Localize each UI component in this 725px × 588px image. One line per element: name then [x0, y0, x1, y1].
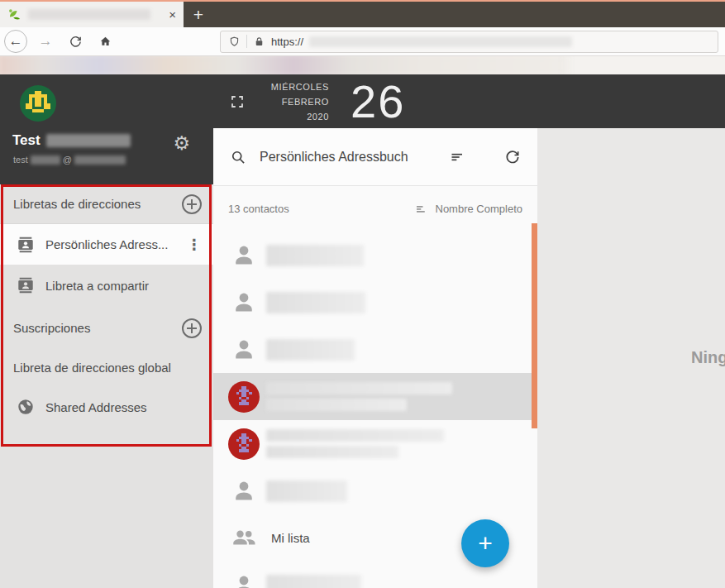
add-addressbook-icon[interactable] [182, 194, 202, 214]
contact-row[interactable] [213, 279, 537, 326]
add-subscription-icon[interactable] [182, 318, 202, 338]
browser-toolbar: ← → https:// [0, 27, 725, 56]
url-scheme-text: https:// [271, 36, 303, 48]
date-text-block: MIÉRCOLES FEBRERO 2020 [260, 79, 329, 124]
empty-selection-message: Ningún contacto seleccionado [691, 348, 725, 367]
more-options-kebab-icon[interactable]: ⋮ [187, 237, 202, 252]
contact-list-label: Mi lista [271, 531, 310, 545]
forward-button[interactable]: → [34, 30, 57, 53]
person-avatar-icon [228, 240, 260, 271]
addressbooks-section-header: Libretas de direcciones [0, 184, 213, 224]
contact-list-panel: Persönliches Adressbuch 13 contactos [213, 128, 537, 588]
user-display-name: Test [12, 132, 41, 149]
user-email-row: test @ [13, 155, 126, 165]
contact-row[interactable] [213, 420, 537, 467]
settings-gear-icon[interactable]: ⚙ [173, 134, 190, 153]
list-toolbar: Persönliches Adressbuch [213, 128, 537, 186]
redacted-contact-text [266, 292, 365, 313]
sidebar-lists: Libretas de direcciones Persönliches Adr… [0, 184, 213, 588]
main-area: MIÉRCOLES FEBRERO 2020 26 Persönliches A… [213, 74, 725, 588]
user-name-row: Test [12, 132, 131, 149]
site-favicon-icon [7, 7, 21, 22]
identicon-avatar-icon [228, 381, 260, 413]
url-bar[interactable]: https:// [220, 31, 718, 53]
subscriptions-header-label: Suscripciones [13, 321, 182, 335]
globe-icon [17, 398, 35, 416]
user-name-redacted [46, 134, 131, 147]
sort-icon[interactable] [450, 149, 466, 165]
redacted-name-bar [266, 429, 444, 442]
contact-row[interactable] [213, 373, 537, 420]
browser-tab-bar: × + [0, 2, 725, 27]
identicon-avatar-icon [228, 428, 260, 460]
global-header-label: Libreta de direcciones global [13, 361, 202, 375]
shared-addresses-label: Shared Addresses [45, 400, 202, 414]
sidebar-item-shared-book[interactable]: Libreta a compartir [0, 265, 213, 306]
add-contact-fab[interactable]: + [461, 519, 509, 567]
contact-row[interactable] [213, 467, 537, 514]
addressbooks-header-label: Libretas de direcciones [13, 197, 182, 211]
redacted-name-bar [266, 480, 347, 502]
url-bar-divider [246, 35, 247, 48]
global-addressbook-section-header: Libreta de direcciones global [0, 348, 213, 386]
sort-mode-control[interactable]: Nombre Completo [414, 202, 523, 217]
fullscreen-icon[interactable] [230, 94, 245, 109]
browser-tab[interactable]: × [0, 2, 184, 27]
tab-close-icon[interactable]: × [169, 8, 176, 21]
sort-lines-icon [414, 202, 429, 217]
people-avatar-icon [228, 523, 260, 554]
list-meta-row: 13 contactos Nombre Completo [213, 186, 537, 232]
redacted-contact-text [266, 575, 361, 588]
redacted-contact-text [266, 429, 444, 458]
refresh-icon[interactable] [504, 149, 521, 165]
screen: × + ← → https:// [0, 0, 725, 588]
reload-button[interactable] [64, 30, 87, 53]
email-domain-redacted [74, 155, 126, 165]
tracking-shield-icon[interactable] [228, 36, 241, 48]
content-area: Persönliches Adressbuch 13 contactos [213, 128, 725, 588]
search-icon[interactable] [230, 149, 246, 165]
contact-count: 13 contactos [228, 203, 289, 215]
contact-detail-panel: Ningún contacto seleccionado [537, 128, 725, 588]
person-avatar-icon [228, 570, 260, 588]
shared-book-label: Libreta a compartir [45, 279, 202, 293]
list-scrollbar[interactable] [532, 223, 537, 428]
redacted-name-bar [266, 382, 452, 394]
personal-addressbook-label: Persönliches Adress... [45, 237, 176, 251]
addressbook-card-icon [17, 276, 35, 294]
sidebar-item-shared-addresses[interactable]: Shared Addresses [0, 386, 213, 428]
home-button[interactable] [93, 30, 117, 53]
tab-title-redacted [28, 9, 150, 20]
email-at-sign: @ [63, 155, 72, 165]
day-number: 26 [351, 74, 405, 128]
user-avatar[interactable] [20, 85, 56, 122]
redacted-name-bar [266, 446, 398, 458]
year-label: 2020 [260, 109, 329, 124]
addressbook-card-icon [17, 236, 35, 254]
person-avatar-icon [228, 287, 260, 318]
person-avatar-icon [228, 476, 260, 507]
redacted-contact-text [266, 382, 452, 411]
redacted-name-bar [266, 339, 355, 361]
sidebar: Test ⚙ test @ Libretas de direcciones [0, 74, 213, 588]
date-header: MIÉRCOLES FEBRERO 2020 26 [213, 74, 725, 128]
person-avatar-icon [228, 334, 260, 366]
contact-row[interactable] [213, 232, 537, 279]
sort-mode-label: Nombre Completo [436, 203, 523, 215]
email-user-part: test [13, 155, 28, 165]
redacted-name-bar [266, 575, 361, 588]
redacted-contact-text [266, 245, 364, 266]
bookmarks-bar-redacted [0, 56, 725, 74]
redacted-name-bar [266, 292, 365, 313]
month-label: FEBRERO [260, 94, 329, 109]
redacted-contact-text [266, 480, 347, 502]
back-button[interactable]: ← [4, 30, 27, 53]
lock-icon[interactable] [253, 36, 265, 48]
redacted-name-bar [266, 245, 364, 266]
subscriptions-section-header: Suscripciones [0, 308, 213, 348]
sidebar-item-personal-addressbook[interactable]: Persönliches Adress... ⋮ [0, 224, 213, 265]
contact-row[interactable] [213, 326, 537, 373]
new-tab-button[interactable]: + [184, 2, 213, 27]
redacted-name-bar [266, 399, 407, 411]
account-header: Test ⚙ test @ [0, 74, 213, 184]
